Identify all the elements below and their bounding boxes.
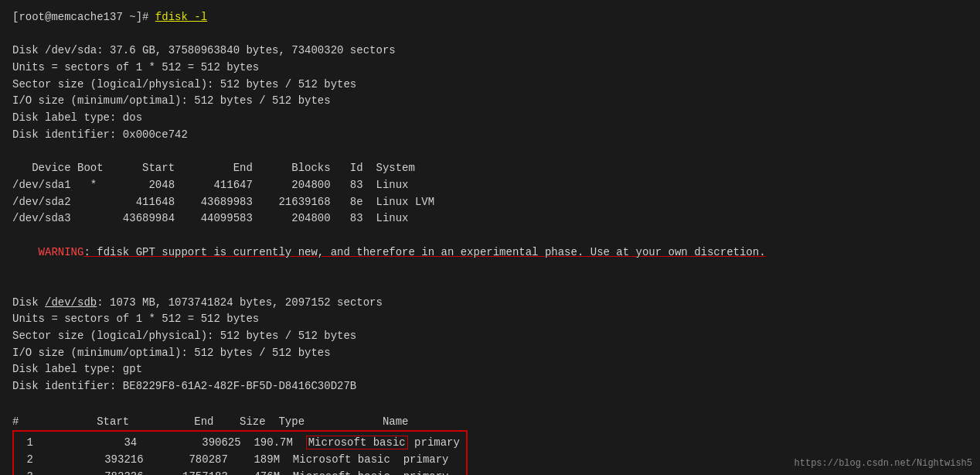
gpt-row2: 2 393216 780287 189M Microsoft basic pri… — [20, 452, 460, 469]
sdb-info: Disk /dev/sdb: 1073 MB, 1073741824 bytes… — [12, 295, 968, 312]
sdb-id: Disk identifier: BE8229F8-61A2-482F-BF5D… — [12, 378, 968, 395]
sdb-units: Units = sectors of 1 * 512 = 512 bytes — [12, 311, 968, 328]
gpt-table-border: 1 34 390625 190.7M Microsoft basic prima… — [12, 430, 468, 475]
sda3-row: /dev/sda3 43689984 44099583 204800 83 Li… — [12, 210, 968, 227]
gpt-row1: 1 34 390625 190.7M Microsoft basic prima… — [20, 435, 460, 452]
gpt-header-line: # Start End Size Type Name — [12, 414, 968, 431]
sdb-label: Disk label type: gpt — [12, 361, 968, 378]
sda-sector: Sector size (logical/physical): 512 byte… — [12, 77, 968, 94]
sda-units: Units = sectors of 1 * 512 = 512 bytes — [12, 60, 968, 77]
warning-label: WARNING — [39, 246, 84, 258]
sda-info: Disk /dev/sda: 37.6 GB, 37580963840 byte… — [12, 43, 968, 60]
ms-basic-box-row1: Microsoft basic — [306, 436, 408, 449]
watermark: https://blog.csdn.net/Nightwish5 — [795, 458, 972, 469]
sdb-link: /dev/sdb — [45, 296, 97, 309]
sdb-sector: Sector size (logical/physical): 512 byte… — [12, 328, 968, 345]
sda-io: I/O size (minimum/optimal): 512 bytes / … — [12, 93, 968, 110]
sda2-row: /dev/sda2 411648 43689983 21639168 8e Li… — [12, 194, 968, 211]
gpt-row3: 3 782336 1757183 476M Microsoft basic pr… — [20, 469, 460, 475]
sda1-row: /dev/sda1 * 2048 411647 204800 83 Linux — [12, 177, 968, 194]
sda-label: Disk label type: dos — [12, 110, 968, 127]
warning-text: : fdisk GPT support is currently new, an… — [83, 246, 765, 258]
prompt: [root@memcache137 ~]# — [12, 11, 155, 23]
sdb-io: I/O size (minimum/optimal): 512 bytes / … — [12, 345, 968, 362]
table-header: Device Boot Start End Blocks Id System — [12, 160, 968, 177]
command-line: [root@memcache137 ~]# fdisk -l — [12, 9, 968, 26]
terminal-window: [root@memcache137 ~]# fdisk -l Disk /dev… — [0, 0, 980, 475]
warning-line: WARNING: fdisk GPT support is currently … — [12, 227, 968, 278]
command: fdisk -l — [155, 11, 207, 23]
sda-id: Disk identifier: 0x000ce742 — [12, 127, 968, 144]
